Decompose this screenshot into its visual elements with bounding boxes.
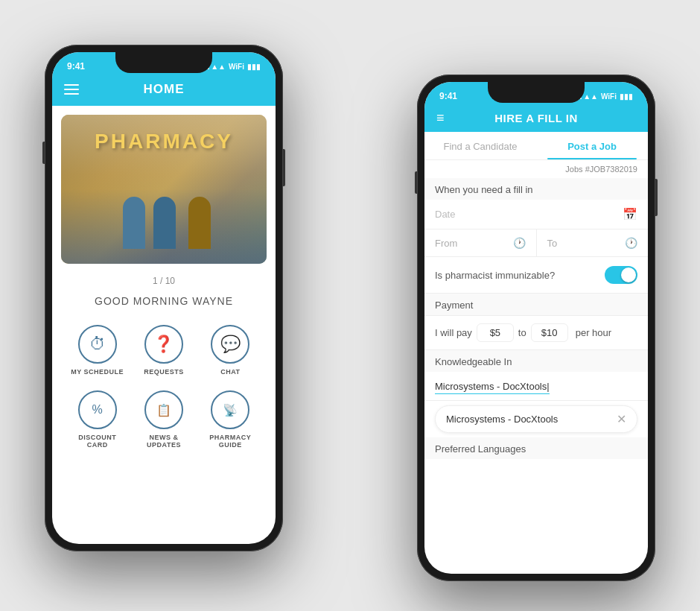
to-field[interactable]: To 🕐 [537,229,649,256]
knowledge-tag: Microsystems - DocXtools ✕ [435,405,637,433]
per-hour-label: per hour [576,327,611,338]
chat-label: CHAT [220,368,240,376]
pay-to-amount[interactable]: $10 [531,323,568,342]
date-placeholder: Date [435,209,623,220]
status-icons-left: ▲▲▲ WiFi ▮▮▮ [203,63,261,71]
requests-label: REQUESTS [144,368,184,376]
pay-prefix: I will pay [435,327,472,338]
left-header: HOME [52,76,276,106]
discount-card-label: DISCOUNT CARD [68,434,127,449]
tab-find-candidate[interactable]: Find a Candidate [424,132,536,159]
preferred-section-label: Preferred Languages [424,437,648,459]
to-clock-icon: 🕐 [625,237,637,249]
sidebar-item-pharmacy-guide[interactable]: 📡 PHARMACY GUIDE [200,390,260,449]
left-phone-screen: 9:41 ▲▲▲ WiFi ▮▮▮ HOME PHARMACY [52,52,276,544]
date-field[interactable]: Date 📅 [424,200,648,229]
battery-icon-right: ▮▮▮ [620,92,633,101]
status-icons-right: ▲▲▲ WiFi ▮▮▮ [576,92,633,101]
knowledge-input-field[interactable]: Microsystems - DocXtools| [424,372,648,401]
to-label: To [547,238,621,249]
pay-to-text: to [518,327,526,338]
tab-post-job[interactable]: Post a Job [536,132,648,159]
fill-in-section-label: When you need a fill in [424,178,648,200]
pharmacy-image: PHARMACY [61,115,267,264]
left-phone: 9:41 ▲▲▲ WiFi ▮▮▮ HOME PHARMACY [45,45,283,551]
left-header-title: HOME [144,82,185,97]
notch-right [488,82,585,103]
immunizable-toggle[interactable] [605,266,637,284]
from-label: From [435,238,509,249]
toggle-row: Is pharmacist immunizable? [424,257,648,294]
time-row: From 🕐 To 🕐 [424,229,648,257]
sidebar-item-discount-card[interactable]: % DISCOUNT CARD [68,390,127,449]
news-updates-label: NEWS & UPDATES [134,434,194,449]
wifi-icon-left: WiFi [229,63,244,71]
pharmacy-sign: PHARMACY [95,130,233,153]
pay-from-amount[interactable]: $5 [477,323,514,342]
knowledge-tag-text: Microsystems - DocXtools [446,414,558,425]
toggle-label: Is pharmacist immunizable? [435,270,605,281]
from-clock-icon: 🕐 [513,237,526,249]
job-number: Jobs #JOB7382019 [424,160,648,178]
knowledge-input-value: Microsystems - DocXtools| [435,381,550,394]
right-phone-screen: 9:41 ▲▲▲ WiFi ▮▮▮ ≡ HIRE A FILL IN Find … [424,82,648,574]
knowledgeable-section-label: Knowledgeable In [424,350,648,372]
time-left: 9:41 [67,61,85,72]
notch-left [115,52,212,73]
time-right: 9:41 [439,91,457,101]
calendar-icon: 📅 [623,207,637,221]
pharmacy-guide-icon: 📡 [211,390,249,429]
payment-section-label: Payment [424,294,648,316]
hamburger-menu-right[interactable]: ≡ [436,110,445,126]
sidebar-item-news-updates[interactable]: 📋 NEWS & UPDATES [134,390,194,449]
pharmacy-counter [61,189,267,264]
right-header: ≡ HIRE A FILL IN [424,106,648,132]
sidebar-item-my-schedule[interactable]: ⏱ MY SCHEDULE [68,325,127,376]
scene: 9:41 ▲▲▲ WiFi ▮▮▮ HOME PHARMACY [0,0,700,611]
greeting-text: GOOD MORNING WAYNE [52,292,276,319]
right-phone: 9:41 ▲▲▲ WiFi ▮▮▮ ≡ HIRE A FILL IN Find … [417,75,655,581]
hamburger-menu-left[interactable] [64,84,79,95]
tag-close-button[interactable]: ✕ [617,412,626,426]
sidebar-item-requests[interactable]: ❓ REQUESTS [134,325,194,376]
wifi-icon-right: WiFi [601,92,617,101]
image-counter: 1 / 10 [52,273,276,292]
my-schedule-icon: ⏱ [78,325,117,364]
pharmacy-guide-label: PHARMACY GUIDE [200,434,260,449]
from-field[interactable]: From 🕐 [424,229,537,256]
nav-row-2: % DISCOUNT CARD 📋 NEWS & UPDATES 📡 PHARM… [52,390,276,460]
battery-icon-left: ▮▮▮ [247,63,261,71]
my-schedule-label: MY SCHEDULE [71,368,124,376]
tabs-container: Find a Candidate Post a Job [424,132,648,160]
right-header-title: HIRE A FILL IN [436,112,636,124]
requests-icon: ❓ [144,325,183,364]
discount-card-icon: % [78,390,117,429]
payment-row: I will pay $5 to $10 per hour [424,316,648,350]
chat-icon: 💬 [211,325,249,364]
sidebar-item-chat[interactable]: 💬 CHAT [200,325,260,376]
news-updates-icon: 📋 [144,390,183,429]
nav-row-1: ⏱ MY SCHEDULE ❓ REQUESTS 💬 CHAT [52,319,276,390]
